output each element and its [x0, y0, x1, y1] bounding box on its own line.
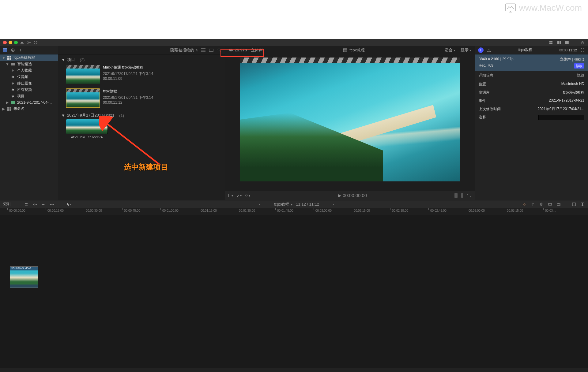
ruler-tick: 00:02:00:00: [315, 209, 332, 212]
svg-text:T: T: [21, 49, 23, 52]
hide-button[interactable]: 隐藏: [577, 73, 584, 78]
share-icon[interactable]: [580, 40, 585, 45]
svg-point-1: [27, 42, 29, 43]
insert-clip-icon[interactable]: [32, 202, 37, 207]
smart-item-stills[interactable]: ✲静止图像: [0, 80, 58, 87]
annotation-text: 选中新建项目: [124, 162, 168, 172]
timeline-index-button[interactable]: 索引: [3, 202, 11, 207]
select-tool-icon[interactable]: [66, 202, 71, 207]
viewer-timecode[interactable]: ▶ 00:00:00:00: [254, 193, 451, 198]
snapping-icon[interactable]: [522, 202, 527, 207]
ruler-tick: 00:00:15:00: [47, 209, 64, 212]
svg-rect-10: [568, 41, 569, 44]
ruler-tick: 00:00:45:00: [124, 209, 140, 212]
audio-meter: [454, 193, 458, 198]
solo-icon[interactable]: [548, 202, 552, 207]
filmstrip-view-icon[interactable]: [209, 48, 214, 53]
svg-rect-34: [33, 204, 34, 205]
fullscreen-icon[interactable]: [467, 193, 472, 198]
view-dropdown[interactable]: 显示: [461, 47, 471, 53]
timeline-status-bar: [0, 368, 588, 372]
svg-rect-19: [9, 56, 11, 58]
svg-rect-30: [228, 194, 231, 197]
overwrite-clip-icon[interactable]: [50, 202, 55, 207]
filter-dropdown[interactable]: 隐藏被拒绝的 ⇅: [170, 47, 198, 53]
library-item[interactable]: ▼ fcpx基础教程: [0, 54, 58, 61]
smart-collection-folder[interactable]: ▼ 智能精选: [0, 61, 58, 67]
ruler-tick: 00:02:45:00: [430, 209, 447, 212]
svg-rect-8: [560, 41, 561, 44]
enhance-tool-icon[interactable]: [237, 193, 242, 198]
timeline-project-name[interactable]: fcpx教程: [274, 202, 289, 206]
inspector-row-modified: 上次修改时间2021年9月17日2017/04/21...: [475, 105, 588, 113]
modify-button[interactable]: 修改: [574, 63, 584, 69]
transitions-browser-icon[interactable]: [580, 202, 585, 207]
timeline-clip[interactable]: 4f5d079a3bd8e1: [10, 266, 38, 288]
smart-item-video[interactable]: ✲所有视频: [0, 87, 58, 93]
ruler-tick: 00:00:30:00: [86, 209, 102, 212]
window-close-button[interactable]: [3, 41, 7, 44]
clapper-icon[interactable]: [2, 48, 7, 53]
film-icon: [343, 48, 348, 53]
skimming-icon[interactable]: [530, 202, 535, 207]
svg-point-43: [558, 204, 559, 205]
viewer-panel: 4K 29.97p，立体声 fcpx教程 适合 显示: [225, 46, 475, 200]
share-tab-icon[interactable]: [487, 48, 492, 53]
list-view-icon[interactable]: [201, 48, 206, 53]
project-item[interactable]: Mac小伯通 fcpx基础教程 2021/9/172017/04/21 下午3:…: [61, 64, 222, 87]
svg-rect-25: [7, 109, 9, 111]
expand-icon[interactable]: ⛶: [580, 48, 585, 53]
svg-rect-37: [42, 204, 44, 205]
inspector-row-library: 资源库fcpx基础教程: [475, 88, 588, 97]
gear-icon: ✲: [10, 81, 15, 86]
timeline-ruler[interactable]: 00:00:00:0000:00:15:0000:00:30:0000:00:4…: [0, 208, 588, 215]
project-item-selected[interactable]: fcpx教程 2021/9/172017/04/21 下午3:14 00:00:…: [61, 87, 222, 111]
svg-rect-4: [551, 41, 552, 42]
gear-icon: ✲: [10, 87, 15, 92]
viewer-canvas[interactable]: [240, 58, 460, 181]
keyword-icon[interactable]: [26, 40, 31, 45]
library-untitled[interactable]: ▶未命名: [0, 106, 58, 112]
notes-input[interactable]: [538, 115, 584, 120]
event-item[interactable]: ▶2021-9-172017-04-...: [0, 99, 58, 106]
projects-section-header[interactable]: ▼项目 (2): [61, 56, 222, 64]
ruler-tick: 00:02:15:00: [354, 209, 370, 212]
svg-rect-18: [7, 56, 9, 58]
snapshot-icon[interactable]: [556, 202, 561, 207]
svg-rect-38: [44, 204, 45, 205]
inspector-row-event: 事件2021-9-172017-04-21: [475, 97, 588, 105]
audio-meter: [461, 193, 463, 198]
ruler-tick: 00:03:00:00: [469, 209, 485, 212]
window-maximize-button[interactable]: [14, 41, 18, 44]
smart-item-favorites[interactable]: ✲个人收藏: [0, 67, 58, 74]
smart-item-audio[interactable]: ✲仅音频: [0, 74, 58, 80]
svg-point-2: [34, 41, 37, 44]
svg-rect-24: [9, 107, 11, 109]
effects-browser-icon[interactable]: [571, 202, 576, 207]
layouts-inspector-icon[interactable]: [565, 40, 570, 45]
four-squares-icon: [7, 55, 12, 60]
connect-clip-icon[interactable]: [24, 202, 29, 207]
timeline-history-next[interactable]: ›: [333, 202, 334, 206]
timeline-history-prev[interactable]: ‹: [259, 202, 260, 206]
timeline-panel: 索引 ‹ fcpx教程 11:12 / 11:12 › 00:00:00:: [0, 200, 588, 372]
window-minimize-button[interactable]: [9, 41, 12, 44]
ruler-tick: 00:00:00:00: [9, 209, 25, 212]
retime-tool-icon[interactable]: [245, 193, 250, 198]
import-icon[interactable]: [20, 40, 24, 45]
info-tab-icon[interactable]: i: [478, 47, 484, 53]
layouts-dual-icon[interactable]: [557, 40, 562, 45]
folder-icon: [10, 62, 15, 67]
render-status-icon[interactable]: [33, 40, 38, 45]
zoom-dropdown[interactable]: 适合: [445, 47, 455, 53]
layouts-grid-icon[interactable]: [549, 40, 554, 45]
svg-point-31: [246, 194, 248, 197]
timeline-tracks[interactable]: 4f5d079a3bd8e1: [0, 215, 588, 368]
titles-icon[interactable]: TT: [18, 48, 23, 53]
smart-item-projects[interactable]: ✲项目: [0, 93, 58, 99]
photos-icon[interactable]: [10, 48, 15, 53]
audio-skimming-icon[interactable]: [539, 202, 544, 207]
transform-tool-icon[interactable]: [228, 193, 233, 198]
append-clip-icon[interactable]: [41, 202, 46, 207]
four-squares-icon: [7, 106, 12, 111]
